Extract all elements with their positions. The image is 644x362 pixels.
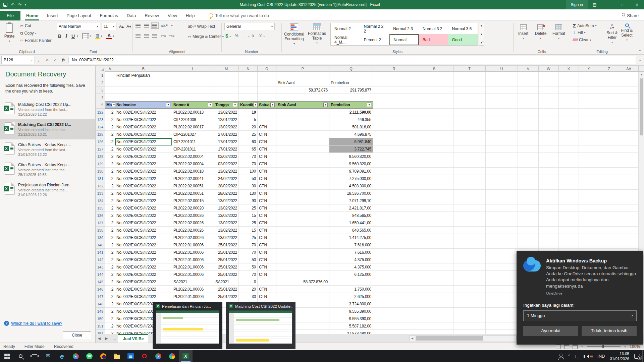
cell-P146[interactable] [276,286,329,293]
cell-Z137[interactable] [599,219,619,227]
cell-W139[interactable] [539,234,559,241]
cell-N144[interactable]: 70 [239,271,258,278]
cell-X137[interactable] [559,219,579,227]
cell-S3[interactable] [415,86,453,94]
cell-M2[interactable] [214,79,239,86]
cell-R130[interactable] [373,168,415,175]
cell-P130[interactable] [276,168,329,175]
number-dialog-launcher-icon[interactable] [277,50,280,53]
cell-O143[interactable]: CTN [258,263,276,271]
cell-S148[interactable] [415,300,453,308]
cell-L128[interactable]: PI.2022.02.00004 [172,153,214,160]
cell-U130[interactable] [486,168,518,175]
cell-X123[interactable] [559,116,579,123]
cell-L135[interactable]: PI.2022.02.00020 [172,204,214,212]
cell-U136[interactable] [486,212,518,219]
align-left-icon[interactable] [136,34,141,38]
cell-S152[interactable] [415,330,453,334]
cell-A2[interactable] [105,79,115,86]
column-header-m[interactable]: M [214,66,239,72]
cell-Q123[interactable]: 446.355 [329,116,373,123]
cell-A131[interactable]: 2 [105,175,115,182]
cell-N122[interactable]: 10 [239,109,258,116]
cell-O5[interactable]: Satua▾ [258,101,276,109]
cell-S126[interactable] [415,138,453,145]
cell-X129[interactable] [559,160,579,168]
preview-thumbnail[interactable] [229,310,292,344]
cell-Q146[interactable]: 1.750.000 [329,286,373,293]
cell-Z124[interactable] [599,123,619,131]
cell-S129[interactable] [415,160,453,168]
cell-M135[interactable]: 13/02/2022 [214,204,239,212]
cell-T151[interactable] [453,322,486,330]
cell-R3[interactable] [373,86,415,94]
cell-U143[interactable] [486,263,518,271]
cell-L134[interactable]: PI.2022.02.00015 [172,197,214,204]
cell-W128[interactable] [539,153,559,160]
cell-Y123[interactable] [579,116,599,123]
cell-B133[interactable]: No. 002/EX/CSI/II/2022 [115,190,172,197]
cell-Z129[interactable] [599,160,619,168]
cell-M131[interactable]: 24/02/2022 [214,175,239,182]
cell-M136[interactable]: 13/02/2022 [214,212,239,219]
cell-S133[interactable] [415,190,453,197]
cell-B1[interactable]: Rincian Penjualan [115,72,172,79]
cell-AA5[interactable] [619,101,639,109]
cell-O141[interactable]: CTN [258,249,276,256]
cell-Z2[interactable] [599,79,619,86]
cell-AA1[interactable] [619,72,639,79]
cell-A129[interactable]: 2 [105,160,115,168]
row-header-131[interactable]: 131 [96,175,105,182]
cell-Q3[interactable]: 291.795.877 [329,86,373,94]
cell-P144[interactable] [276,271,329,278]
cell-Q1[interactable] [329,72,373,79]
fill-color-icon[interactable]: ▥ [95,33,100,39]
cell-S2[interactable] [415,79,453,86]
filter-dropdown-icon[interactable]: ▾ [233,103,237,107]
cell-M146[interactable]: 25/01/2022 [214,286,239,293]
cell-U152[interactable] [486,330,518,334]
cell-B127[interactable]: No. 002/EX/CSI/II/2022 [115,145,172,153]
column-header-z[interactable]: Z [599,66,619,72]
cell-U142[interactable] [486,256,518,263]
cell-M132[interactable]: 28/02/2022 [214,182,239,190]
row-header-124[interactable]: 124 [96,123,105,131]
cell-T140[interactable] [453,241,486,249]
cell-U133[interactable] [486,190,518,197]
cell-U147[interactable] [486,293,518,300]
cell-style-normal-3-6[interactable]: Normal 3 6 [448,23,478,34]
cell-L139[interactable]: PI.2022.02.00026 [172,234,214,241]
cell-T150[interactable] [453,315,486,322]
cell-S151[interactable] [415,322,453,330]
close-button[interactable]: ✕ [630,0,644,9]
cell-Y133[interactable] [579,190,599,197]
cell-A127[interactable]: 2 [105,145,115,153]
cell-Q4[interactable] [329,94,373,101]
cell-AA4[interactable] [619,94,639,101]
cell-A143[interactable]: 2 [105,263,115,271]
merge-center-button[interactable]: ⇿Merge & Center▾ [186,34,225,40]
cell-Q132[interactable]: 4.503.300,00 [329,182,373,190]
cell-T130[interactable] [453,168,486,175]
taskbar-button-chrome[interactable] [69,350,83,362]
taskbar-button-browser[interactable] [151,350,165,362]
cell-P142[interactable] [276,256,329,263]
row-header-137[interactable]: 137 [96,219,105,227]
cell-O140[interactable]: CTN [258,241,276,249]
cell-T145[interactable] [453,278,486,286]
cell-Y2[interactable] [579,79,599,86]
cell-AA2[interactable] [619,79,639,86]
cell-L147[interactable]: PI.2022.01.00006 [172,293,214,300]
cell-AA128[interactable] [619,153,639,160]
row-header-127[interactable]: 127 [96,145,105,153]
cell-style-bad[interactable]: Bad [419,34,448,45]
cell-L138[interactable]: PI.2022.02.00026 [172,227,214,234]
cell-Q152[interactable]: 27.873.480,00 [329,330,373,334]
tab-home[interactable]: Home [22,11,43,20]
font-family-select[interactable]: Arial Narrow▾ [57,23,100,30]
column-header-s[interactable]: S [415,66,453,72]
cell-W124[interactable] [539,123,559,131]
cell-N124[interactable]: 20 [239,123,258,131]
clock[interactable]: 13.05 31/01/2026 [607,351,632,361]
cell-R127[interactable] [373,145,415,153]
